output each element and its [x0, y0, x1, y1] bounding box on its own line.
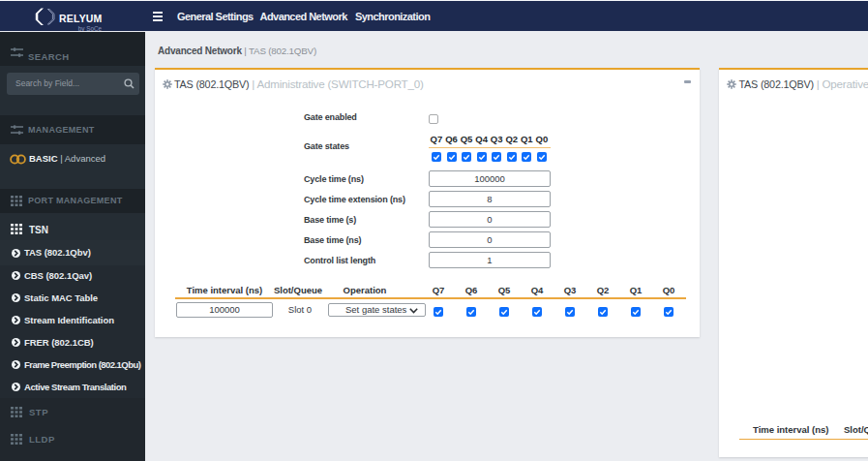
svg-text:by SoCe: by SoCe [78, 25, 103, 32]
svg-text:RELYUM: RELYUM [59, 13, 103, 24]
